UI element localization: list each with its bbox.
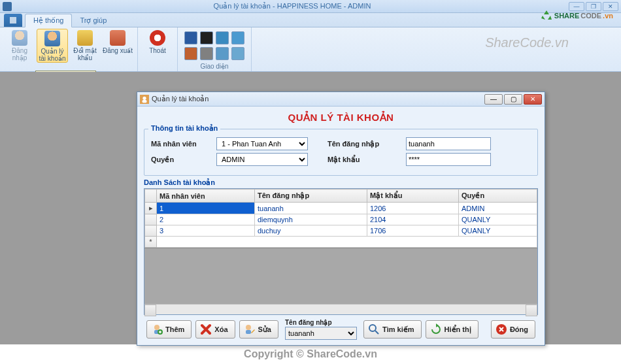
- role-select[interactable]: ADMIN: [216, 153, 308, 166]
- label-role: Quyền: [151, 156, 216, 164]
- refresh-icon: [430, 323, 442, 335]
- svg-line-10: [375, 331, 378, 334]
- theme-swatch[interactable]: [184, 47, 197, 60]
- username-input[interactable]: [406, 137, 491, 150]
- theme-swatch[interactable]: [216, 47, 229, 60]
- table-row[interactable]: ▸ 1 tuananh 1206 ADMIN: [145, 203, 537, 214]
- search-select[interactable]: tuananh: [285, 327, 357, 340]
- sharecode-watermark: ShareCode.vn: [485, 35, 569, 50]
- svg-rect-3: [143, 99, 147, 102]
- svg-rect-0: [10, 17, 16, 24]
- search-button[interactable]: Tìm kiếm: [363, 320, 422, 339]
- tab-he-thong[interactable]: Hệ thống: [25, 14, 72, 27]
- recycle-icon: [540, 9, 553, 22]
- delete-icon: [200, 323, 212, 335]
- table-row[interactable]: 3 duchuy 1706 QUANLY: [145, 225, 537, 237]
- table-row[interactable]: 2 diemquynh 2104 QUANLY: [145, 214, 537, 225]
- close-icon: [495, 323, 507, 335]
- ribbon-accounts-button[interactable]: Quản lý tài khoản: [37, 29, 68, 63]
- exit-icon: [150, 30, 165, 46]
- accounts-grid[interactable]: Mã nhân viên Tên đăng nhập Mật khẩu Quyề…: [144, 188, 538, 315]
- theme-swatch[interactable]: [231, 47, 244, 60]
- ribbon-group-exit: Thoát: [138, 27, 178, 71]
- add-icon: [151, 323, 163, 335]
- ribbon-group-theme-label: Giao diện: [182, 63, 247, 71]
- account-info-group: Thông tin tài khoản Mã nhân viên 1 - Pha…: [144, 129, 538, 176]
- col-role[interactable]: Quyền: [459, 190, 537, 203]
- col-username[interactable]: Tên đăng nhập: [255, 190, 367, 203]
- label-username: Tên đăng nhập: [327, 140, 406, 148]
- grid-empty-area: [144, 248, 537, 304]
- search-label: Tên đăng nhập: [285, 319, 332, 326]
- login-icon: [12, 30, 27, 46]
- new-row-icon: *: [145, 237, 157, 248]
- label-employee-id: Mã nhân viên: [151, 140, 216, 148]
- child-minimize-button[interactable]: —: [484, 94, 503, 105]
- accounts-titlebar[interactable]: Quản lý tài khoản — ▢ ✕: [137, 92, 545, 107]
- theme-swatch[interactable]: [200, 47, 213, 60]
- search-icon: [368, 323, 380, 335]
- svg-rect-8: [246, 330, 251, 334]
- main-titlebar: Quản lý tài khoản - HAPPINESS HOME - ADM…: [0, 0, 621, 13]
- password-input[interactable]: [406, 153, 491, 166]
- sharecode-logo: SHARECODE.vn: [540, 9, 613, 22]
- theme-swatch[interactable]: [184, 31, 197, 44]
- accounts-window: Quản lý tài khoản — ▢ ✕ QUẢN LÝ TÀI KHOẢ…: [137, 91, 545, 346]
- app-menu-tab[interactable]: [4, 14, 22, 27]
- accounts-heading: QUẢN LÝ TÀI KHOẢN: [144, 112, 538, 124]
- ribbon-group-theme: Giao diện: [178, 27, 252, 71]
- ribbon-change-password-button[interactable]: Đổi mật khẩu: [69, 29, 101, 63]
- grid-horizontal-scrollbar[interactable]: [144, 304, 537, 314]
- accounts-window-icon: [140, 95, 149, 104]
- col-password[interactable]: Mật khẩu: [367, 190, 459, 203]
- logout-icon: [110, 30, 126, 46]
- ribbon-group-account: Đăng nhập Quản lý tài khoản Đổi mật khẩu…: [0, 27, 138, 71]
- app-icon: [3, 2, 12, 11]
- change-password-icon: [77, 30, 93, 46]
- search-block: Tên đăng nhập tuananh: [285, 319, 357, 340]
- edit-button[interactable]: Sửa: [239, 320, 278, 339]
- close-form-button[interactable]: Đóng: [491, 320, 535, 339]
- svg-point-4: [154, 325, 159, 330]
- ribbon-logout-button[interactable]: Đăng xuất: [102, 29, 133, 63]
- child-maximize-button[interactable]: ▢: [504, 94, 522, 105]
- add-button[interactable]: Thêm: [146, 320, 192, 339]
- tab-tro-giup[interactable]: Trợ giúp: [72, 14, 114, 27]
- copyright-text: Copyright © ShareCode.vn: [0, 348, 621, 360]
- svg-point-7: [246, 325, 251, 330]
- show-button[interactable]: Hiển thị: [426, 320, 478, 339]
- ribbon-login-button: Đăng nhập: [4, 29, 35, 63]
- delete-button[interactable]: Xóa: [195, 320, 235, 339]
- table-new-row[interactable]: *: [145, 237, 537, 248]
- account-info-legend: Thông tin tài khoản: [148, 124, 220, 133]
- ribbon-exit-button[interactable]: Thoát: [142, 29, 173, 63]
- mdi-area: Quản lý tài khoản — ▢ ✕ QUẢN LÝ TÀI KHOẢ…: [0, 72, 621, 344]
- accounts-toolbar: Thêm Xóa Sửa Tên đăng nhập tuananh Tìm k…: [144, 315, 538, 340]
- app-menu-icon: [8, 16, 18, 25]
- svg-point-2: [143, 96, 146, 99]
- svg-point-9: [369, 325, 376, 331]
- theme-swatch[interactable]: [231, 31, 244, 44]
- accounts-window-title: Quản lý tài khoản: [152, 95, 483, 103]
- theme-swatch[interactable]: [216, 31, 229, 44]
- ribbon-tabs: Hệ thống Trợ giúp: [0, 13, 621, 27]
- accounts-icon: [44, 31, 60, 46]
- theme-swatch[interactable]: [200, 31, 213, 44]
- col-employee-id[interactable]: Mã nhân viên: [157, 190, 255, 203]
- main-title: Quản lý tài khoản - HAPPINESS HOME - ADM…: [17, 2, 567, 10]
- employee-select[interactable]: 1 - Phan Tuan Anh: [216, 137, 308, 150]
- accounts-list-label: Danh Sách tài khoản: [144, 178, 538, 187]
- label-password: Mật khẩu: [327, 156, 406, 164]
- row-indicator-icon: ▸: [145, 203, 157, 214]
- child-close-button[interactable]: ✕: [524, 94, 542, 105]
- edit-icon: [244, 323, 256, 335]
